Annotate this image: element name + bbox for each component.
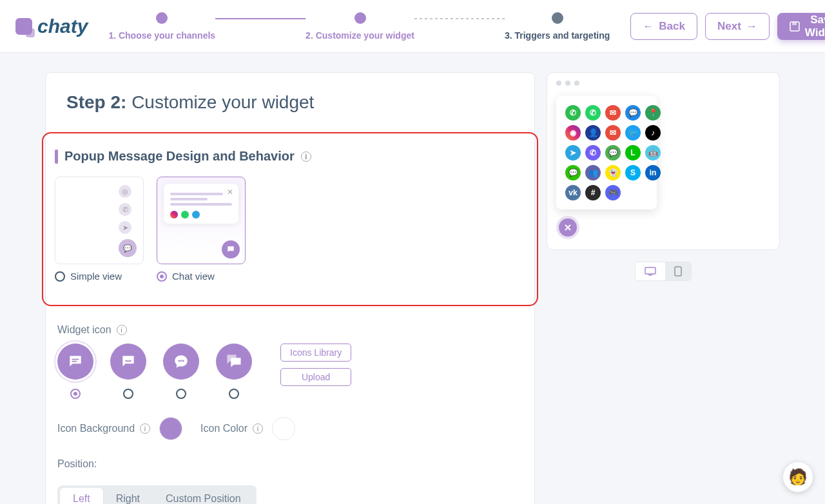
info-icon[interactable]: i — [140, 423, 150, 434]
save-icon — [790, 21, 800, 32]
close-widget-button[interactable] — [559, 218, 577, 237]
dots-bubble-icon — [163, 344, 199, 380]
tiktok-icon[interactable]: ●♪ — [645, 125, 661, 141]
position-label: Position: — [57, 458, 97, 470]
stepper: 1. Choose your channels 2. Customize you… — [108, 12, 610, 41]
preview-panel: ●✆●✆●✉●💬●📍●◉●👤●✉●🐦●♪●➤●✆●💬●L●🤖●💬●👥●👻●S●i… — [547, 72, 780, 504]
position-left[interactable]: Left — [60, 488, 103, 504]
next-button[interactable]: Next → — [705, 13, 770, 40]
chat-view-option[interactable]: ✕ — [157, 177, 246, 282]
telegram-icon: ➤ — [119, 221, 131, 234]
icon-radio[interactable] — [70, 389, 81, 399]
whatsapp-icon[interactable]: ●✆ — [585, 105, 601, 121]
icon-radio[interactable] — [229, 389, 239, 399]
icon-color-label: Icon Color — [200, 423, 248, 434]
svg-rect-3 — [72, 361, 77, 362]
sms-icon[interactable]: ●✉ — [605, 125, 621, 141]
widget-icon-option-3[interactable] — [163, 344, 199, 399]
position-right[interactable]: Right — [103, 488, 153, 504]
bot-icon[interactable]: ●🤖 — [645, 145, 661, 160]
top-bar: chaty 1. Choose your channels 2. Customi… — [0, 0, 825, 53]
discord-icon[interactable]: ●🎮 — [605, 185, 621, 200]
whatsapp-icon: ✆ — [119, 203, 131, 216]
maps-icon[interactable]: ●📍 — [645, 105, 661, 121]
logo-icon — [15, 18, 32, 35]
window-controls — [547, 73, 779, 93]
back-label: Back — [659, 20, 685, 33]
wechat-m-icon[interactable]: ●💬 — [605, 145, 621, 160]
position-section: Position: Left Right Custom Position — [57, 458, 534, 504]
vk-icon[interactable]: ●vk — [565, 185, 581, 200]
step-1[interactable]: 1. Choose your channels — [108, 12, 215, 41]
widget-icon-option-4[interactable] — [216, 344, 252, 399]
snapchat-icon[interactable]: ●👻 — [605, 165, 621, 180]
info-icon[interactable]: i — [117, 325, 127, 335]
icons-library-button[interactable]: Icons Library — [280, 344, 351, 362]
twitter-icon[interactable]: ●🐦 — [625, 125, 641, 141]
telegram-icon[interactable]: ●➤ — [565, 145, 581, 160]
arrow-left-icon: ← — [643, 20, 654, 33]
logo-text: chaty — [37, 15, 88, 37]
position-segmented: Left Right Custom Position — [57, 485, 257, 504]
linkedin-icon[interactable]: ●in — [645, 165, 661, 180]
icon-radio[interactable] — [176, 389, 186, 399]
line-icon[interactable]: ●L — [625, 145, 641, 160]
skype-icon[interactable]: ●S — [625, 165, 641, 180]
icon-radio[interactable] — [123, 389, 133, 399]
icon-bg-label: Icon Background — [57, 423, 135, 434]
chat-view-radio[interactable] — [157, 271, 167, 282]
support-avatar[interactable]: 🧑 — [782, 461, 813, 492]
logo: chaty — [15, 15, 88, 37]
device-toggle — [547, 262, 780, 281]
wechat-icon[interactable]: ●💬 — [565, 165, 581, 180]
header-actions: ← Back Next → Save Widget — [630, 13, 825, 40]
slack-icon[interactable]: ●# — [585, 185, 601, 200]
email-icon[interactable]: ●✉ — [605, 105, 621, 121]
smile-bubble-icon — [110, 344, 146, 380]
simple-view-radio[interactable] — [55, 271, 65, 282]
svg-point-6 — [182, 360, 184, 362]
settings-panel: Step 2: Customize your widget Popup Mess… — [45, 72, 535, 504]
step-3[interactable]: 3. Triggers and targeting — [505, 12, 610, 41]
color-section: Icon Backgroundi Icon Colori — [57, 417, 534, 440]
info-icon[interactable]: i — [253, 423, 263, 434]
svg-rect-9 — [675, 267, 681, 276]
widget-icon-option-1[interactable] — [57, 344, 93, 399]
back-button[interactable]: ← Back — [630, 13, 697, 40]
viber-icon[interactable]: ●✆ — [585, 145, 601, 160]
info-icon[interactable]: i — [301, 151, 311, 162]
preview-window: ●✆●✆●✉●💬●📍●◉●👤●✉●🐦●♪●➤●✆●💬●L●🤖●💬●👥●👻●S●i… — [547, 72, 780, 250]
step-connector — [215, 18, 306, 19]
svg-rect-2 — [72, 359, 79, 360]
popup-design-section: Popup Message Design and Behavior i ◎ ✆ … — [42, 132, 538, 306]
widget-icon-label: Widget icon — [57, 324, 112, 336]
icon-color-swatch[interactable] — [272, 417, 295, 440]
channels-popup: ●✆●✆●✉●💬●📍●◉●👤●✉●🐦●♪●➤●✆●💬●L●🤖●💬●👥●👻●S●i… — [556, 96, 657, 209]
svg-rect-7 — [645, 267, 655, 274]
simple-view-option[interactable]: ◎ ✆ ➤ 💬 Simple view — [55, 177, 144, 282]
teams-icon[interactable]: ●👥 — [585, 165, 601, 180]
close-icon: ✕ — [227, 188, 233, 197]
svg-rect-1 — [792, 22, 797, 25]
position-custom[interactable]: Custom Position — [153, 488, 254, 504]
chat-bubble-icon: 💬 — [119, 239, 137, 257]
upload-button[interactable]: Upload — [280, 368, 351, 386]
arrow-right-icon: → — [746, 20, 757, 33]
mobile-toggle[interactable] — [665, 262, 691, 280]
svg-point-5 — [180, 360, 182, 362]
section-title: Popup Message Design and Behavior i — [55, 149, 525, 164]
double-bubble-icon — [216, 344, 252, 380]
step-connector — [414, 18, 505, 19]
save-widget-button[interactable]: Save Widget — [777, 13, 825, 40]
next-label: Next — [717, 20, 741, 33]
icon-bg-swatch[interactable] — [159, 417, 182, 440]
widget-icon-option-2[interactable] — [110, 344, 146, 399]
step-2[interactable]: 2. Customize your widget — [306, 12, 414, 41]
desktop-toggle[interactable] — [636, 262, 665, 280]
simple-view-label: Simple view — [70, 271, 122, 282]
phone-icon[interactable]: ●✆ — [565, 105, 581, 121]
instagram-icon[interactable]: ●◉ — [565, 125, 581, 141]
chat-bubble-icon — [222, 240, 240, 258]
contact-icon[interactable]: ●👤 — [585, 125, 601, 141]
messenger-icon[interactable]: ●💬 — [625, 105, 641, 121]
